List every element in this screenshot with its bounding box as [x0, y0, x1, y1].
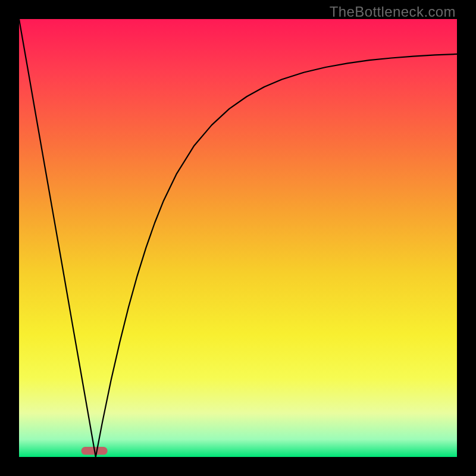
- chart-svg: [19, 19, 457, 457]
- chart-frame: [19, 19, 457, 457]
- watermark-label: TheBottleneck.com: [330, 4, 456, 20]
